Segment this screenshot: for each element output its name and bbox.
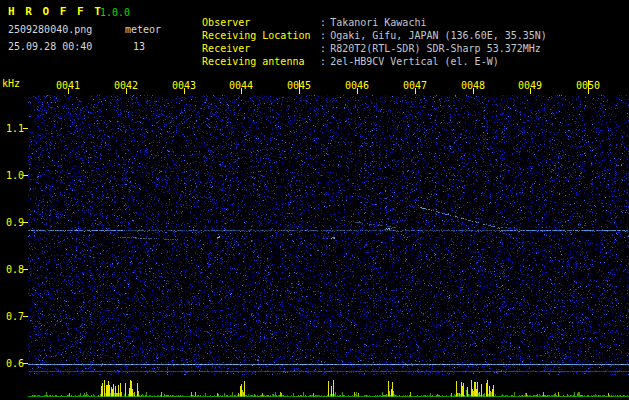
freq-unit-label: kHz xyxy=(2,78,20,89)
app-title: H R O F F T xyxy=(8,6,103,17)
hrofft-window: H R O F F T 1.0.0 2509280040.png meteor … xyxy=(0,0,629,400)
info-label: Receiving antenna xyxy=(202,56,320,67)
time-tick xyxy=(357,88,358,94)
freq-label: 0.7 xyxy=(2,311,24,322)
info-value: 2el-HB9CV Vertical (el. E-W) xyxy=(330,56,499,67)
time-tick xyxy=(68,88,69,94)
timestamp: 25.09.28 00:40 xyxy=(8,41,92,52)
freq-label: 0.6 xyxy=(2,358,24,369)
echo-count: 13 xyxy=(133,41,145,52)
info-row: Receiving antenna:2el-HB9CV Vertical (el… xyxy=(178,45,499,78)
freq-label: 1.0 xyxy=(2,170,24,181)
time-tick xyxy=(473,88,474,94)
freq-tick xyxy=(23,269,28,270)
time-tick xyxy=(530,88,531,94)
time-tick xyxy=(126,88,127,94)
spectrogram-canvas xyxy=(28,95,629,375)
freq-label: 0.9 xyxy=(2,217,24,228)
freq-tick xyxy=(23,363,28,364)
mode-label: meteor xyxy=(125,24,161,35)
freq-tick xyxy=(23,316,28,317)
time-tick xyxy=(415,88,416,94)
time-tick xyxy=(588,80,589,94)
freq-label: 1.1 xyxy=(2,123,24,134)
time-tick xyxy=(184,88,185,94)
app-version: 1.0.0 xyxy=(100,7,130,18)
freq-label: 0.8 xyxy=(2,264,24,275)
filename: 2509280040.png xyxy=(8,24,92,35)
time-tick xyxy=(241,88,242,94)
freq-tick xyxy=(23,222,28,223)
freq-tick xyxy=(23,128,28,129)
time-tick xyxy=(299,80,300,94)
level-plot-canvas xyxy=(28,377,629,397)
freq-tick xyxy=(23,175,28,176)
info-colon: : xyxy=(320,56,330,67)
